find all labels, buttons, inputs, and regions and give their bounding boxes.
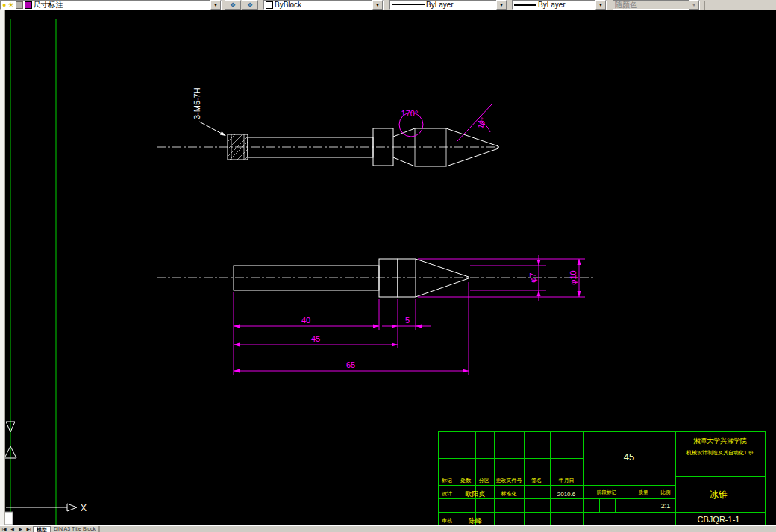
- layout-tab-bar: |◀ ◀ ▶ ▶| 模型 DIN A3 Title Block: [0, 525, 776, 532]
- tip-cylinder[interactable]: [398, 259, 416, 297]
- tb-stage-label: 阶段标记: [597, 489, 617, 495]
- toolbar-separator: [704, 1, 707, 10]
- part-top-view[interactable]: [157, 122, 501, 166]
- handle-outline[interactable]: [393, 128, 498, 166]
- tab-scroll-next-button[interactable]: ▶: [16, 526, 25, 532]
- tab-scroll-last-button[interactable]: ▶|: [25, 526, 33, 532]
- tb-header-date: 年月日: [559, 478, 575, 484]
- object-properties-toolbar: ● ☀ 尺寸标注 ▼ ❖ ❖ ByBlock ▼ ByLayer ▼ ByLay…: [0, 0, 776, 10]
- tb-header-docno: 更改文件号: [496, 477, 522, 484]
- thread-leader-line[interactable]: [199, 122, 225, 135]
- linetype-sample-icon: [392, 4, 425, 5]
- tab-scroll-first-button[interactable]: |◀: [0, 526, 8, 532]
- linetype-combo[interactable]: ByLayer ▼: [389, 0, 507, 10]
- title-block-labels: 标记 处数 分区 更改文件号 签名 年月日 设计 欧阳贞 标准化 2010.6 …: [441, 437, 754, 525]
- color-combo[interactable]: ByBlock ▼: [263, 0, 384, 10]
- angle-170-text[interactable]: 170°: [401, 109, 419, 118]
- plotstyle-dropdown-arrow: ▼: [689, 0, 699, 10]
- shaft-body-bottom[interactable]: [234, 266, 379, 290]
- plotstyle-combo: 随颜色 ▼: [613, 0, 700, 10]
- layer-color-swatch[interactable]: [25, 1, 32, 9]
- make-object-layer-current-button[interactable]: ❖: [225, 0, 241, 10]
- tb-material: 45: [624, 451, 634, 463]
- lineweight-dropdown-arrow[interactable]: ▼: [595, 0, 606, 10]
- tb-drawing-number: CBJQR-1-1: [698, 515, 740, 524]
- tb-header-zone: 分区: [478, 478, 489, 483]
- dim-dia7-text[interactable]: φ7: [528, 272, 537, 282]
- horizontal-scrollbar[interactable]: [99, 526, 776, 532]
- layer-combo[interactable]: ● ☀ 尺寸标注 ▼: [0, 0, 222, 10]
- layer-freeze-icon[interactable]: ☀: [7, 1, 13, 9]
- plotstyle-combo-value: 随颜色: [615, 1, 637, 9]
- tb-review-label: 审核: [442, 518, 452, 524]
- tb-scale-label: 比例: [661, 489, 671, 495]
- tab-model[interactable]: 模型: [33, 526, 51, 532]
- tb-standard-label: 标准化: [501, 491, 517, 497]
- tb-organization-line1: 湘潭大学兴湘学院: [693, 437, 747, 445]
- tb-design-label: 设计: [442, 491, 452, 496]
- sheet-frame-lines[interactable]: [10, 19, 56, 525]
- tb-part-name: 冰锥: [710, 489, 728, 500]
- model-space-canvas[interactable]: 3-M5-7H 170° 10° 40 45 65 5: [0, 0, 776, 532]
- lineweight-combo[interactable]: ByLayer ▼: [512, 0, 607, 10]
- lineweight-combo-value: ByLayer: [538, 1, 566, 9]
- tb-scale-value: 2:1: [661, 502, 671, 510]
- tb-weight-label: 质量: [639, 489, 649, 495]
- color-swatch: [266, 1, 273, 9]
- left-dock-strip: [0, 10, 5, 525]
- color-dropdown-arrow[interactable]: ▼: [372, 0, 383, 10]
- angle-10-extension[interactable]: [457, 104, 492, 142]
- tab-scroll-prev-button[interactable]: ◀: [8, 526, 16, 532]
- tb-header-mark: 标记: [441, 478, 452, 484]
- tb-design-signature: 欧阳贞: [466, 490, 486, 498]
- title-block[interactable]: 标记 处数 分区 更改文件号 签名 年月日 设计 欧阳贞 标准化 2010.6 …: [438, 431, 765, 525]
- layer-combo-value: 尺寸标注: [34, 1, 63, 9]
- layer-lock-icon[interactable]: [16, 1, 23, 9]
- tab-layout-din-a3[interactable]: DIN A3 Title Block: [51, 526, 99, 532]
- layer-on-icon[interactable]: ●: [2, 1, 6, 9]
- linetype-dropdown-arrow[interactable]: ▼: [496, 0, 507, 10]
- dim-65-text[interactable]: 65: [346, 360, 355, 369]
- dim-40-text[interactable]: 40: [301, 316, 310, 325]
- leader-arrowhead: [220, 131, 226, 136]
- shaft-body-top[interactable]: [248, 137, 373, 157]
- conical-tip[interactable]: [416, 259, 469, 297]
- linetype-combo-value: ByLayer: [426, 1, 454, 9]
- dim-5-text[interactable]: 5: [405, 316, 410, 325]
- collar-bottom[interactable]: [379, 259, 398, 297]
- ucs-x-label: X: [81, 503, 87, 513]
- dim-45-text[interactable]: 45: [311, 334, 320, 343]
- tb-date-value: 2010.6: [557, 491, 576, 498]
- tb-organization-line2: 机械设计制造及其自动化1 班: [686, 450, 754, 456]
- ucs-icon: [1, 422, 77, 525]
- tb-review-signature: 陈峰: [469, 517, 482, 525]
- angle-10-text[interactable]: 10°: [476, 116, 488, 130]
- thread-note-text[interactable]: 3-M5-7H: [193, 87, 201, 119]
- layer-previous-button[interactable]: ❖: [242, 0, 258, 10]
- tb-header-sign: 签名: [531, 478, 542, 484]
- color-combo-value: ByBlock: [275, 1, 301, 9]
- ucs-arrowhead-x: [67, 504, 77, 511]
- tb-header-count: 处数: [460, 478, 472, 484]
- lineweight-sample-icon: [514, 4, 536, 6]
- layer-dropdown-arrow[interactable]: ▼: [210, 0, 221, 10]
- dim-dia10-text[interactable]: φ10: [569, 270, 578, 284]
